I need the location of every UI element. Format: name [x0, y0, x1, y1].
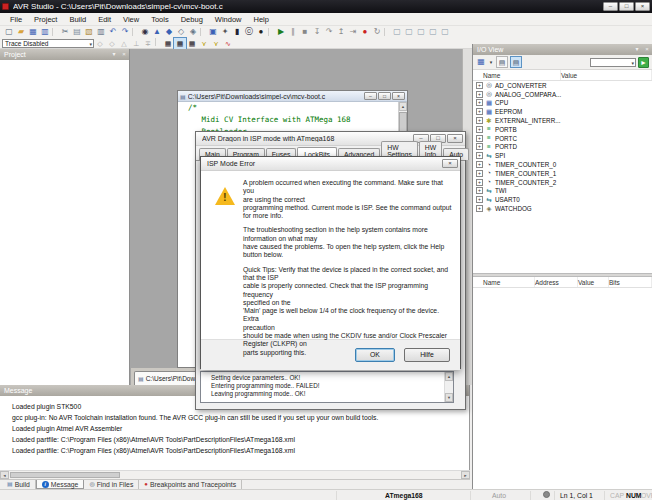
- io-tree-item-portd[interactable]: ≡ PORTD: [473, 143, 652, 152]
- scrollbar-thumb[interactable]: [10, 472, 120, 478]
- io-tree-item-eeprom[interactable]: ▦ EEPROM: [473, 107, 652, 116]
- io-filter-dropdown[interactable]: ▾: [590, 58, 636, 67]
- document-tab[interactable]: ▤ C:\Users\Pit\Dow: [134, 371, 202, 385]
- find-next-icon[interactable]: ▲: [151, 26, 163, 38]
- save-all-icon[interactable]: ▥: [39, 26, 51, 38]
- io-tree-item-portb[interactable]: ≡ PORTB: [473, 125, 652, 134]
- expand-icon[interactable]: [476, 99, 483, 106]
- panel-close-button[interactable]: ×: [642, 44, 652, 55]
- toolbar-icon[interactable]: [268, 28, 274, 36]
- panel-menu-button[interactable]: ▾: [632, 44, 642, 55]
- toolbar-icon[interactable]: [132, 28, 138, 36]
- pause-icon[interactable]: ∥: [287, 26, 299, 38]
- io-tree-item-timer-counter-0[interactable]: ◔ TIMER_COUNTER_0: [473, 160, 652, 169]
- trace-icon-5[interactable]: ∓: [142, 38, 154, 49]
- trace-icon-1[interactable]: ◇: [94, 38, 106, 49]
- io-tree-item-ad-converter[interactable]: ◎ AD_CONVERTER: [473, 81, 652, 90]
- flash-icon[interactable]: ▮: [231, 26, 243, 38]
- column-header[interactable]: Name: [483, 70, 561, 80]
- io-tree-item-spi[interactable]: ⇆ SPI: [473, 151, 652, 160]
- clear-bookmarks-icon[interactable]: ◈: [187, 26, 199, 38]
- copy-icon[interactable]: ▤: [71, 26, 83, 38]
- close-button[interactable]: ×: [442, 159, 458, 168]
- chip-filter-icon[interactable]: ▦: [476, 55, 486, 69]
- expand-icon[interactable]: [476, 108, 483, 115]
- menu-item[interactable]: Window: [209, 13, 248, 26]
- trace-mode-dropdown[interactable]: Trace Disabled ▾: [2, 39, 94, 48]
- trace-icon-4[interactable]: ⊥: [130, 38, 142, 49]
- column-header[interactable]: Value: [578, 277, 609, 287]
- menu-item[interactable]: Build: [63, 13, 92, 26]
- stop-icon[interactable]: ■: [299, 26, 311, 38]
- io-tree-item-cpu[interactable]: ▦ CPU: [473, 99, 652, 108]
- next-bookmark-icon[interactable]: ◇: [175, 26, 187, 38]
- scrollbar-thumb[interactable]: [399, 112, 407, 132]
- expand-icon[interactable]: [476, 205, 483, 212]
- run-to-cursor-icon[interactable]: ⇥: [347, 26, 359, 38]
- scroll-left-icon[interactable]: ◄: [0, 471, 9, 479]
- io-tree-item-watchdog[interactable]: ◈ WATCHDOG: [473, 204, 652, 213]
- device-display-icon-2[interactable]: ▦: [174, 38, 186, 49]
- expand-icon[interactable]: [476, 91, 483, 98]
- open-file-icon[interactable]: ▰: [15, 26, 27, 38]
- tab-breakpoints-and-tracepoints[interactable]: ● Breakpoints and Tracepoints: [139, 480, 242, 489]
- scroll-up-icon[interactable]: ▲: [399, 102, 407, 111]
- tab-message[interactable]: i Message: [36, 480, 85, 489]
- trace-icon-3[interactable]: △: [118, 38, 130, 49]
- minimize-button[interactable]: –: [603, 2, 618, 11]
- cut-icon[interactable]: ✂: [59, 26, 71, 38]
- programming-output[interactable]: Setting device parameters.. OK!Entering …: [200, 371, 454, 403]
- stop-debugging-icon[interactable]: ↻: [371, 26, 383, 38]
- device-display-icon-3[interactable]: ▦: [186, 38, 198, 49]
- step-into-icon[interactable]: ↧: [311, 26, 323, 38]
- save-icon[interactable]: ▦: [27, 26, 39, 38]
- window-layout-icon-2[interactable]: ▢: [403, 26, 415, 38]
- expand-icon[interactable]: [476, 126, 483, 133]
- expand-icon[interactable]: [476, 161, 483, 168]
- io-tree-item-external-interrupt[interactable]: ✱ EXTERNAL_INTERR...: [473, 116, 652, 125]
- run-icon[interactable]: ▶: [275, 26, 287, 38]
- scroll-right-icon[interactable]: ►: [461, 471, 470, 479]
- new-file-icon[interactable]: ▢: [3, 26, 15, 38]
- restore-button[interactable]: □: [378, 92, 391, 100]
- toolbar-icon[interactable]: [200, 28, 206, 36]
- chip-filter-dropdown-icon[interactable]: ▾: [488, 55, 494, 69]
- step-out-icon[interactable]: ↥: [335, 26, 347, 38]
- menu-item[interactable]: Tools: [145, 13, 175, 26]
- horizontal-scrollbar[interactable]: ◄ ►: [0, 470, 470, 479]
- device-programming-icon[interactable]: ▣: [207, 26, 219, 38]
- print-icon[interactable]: ▥: [95, 26, 107, 38]
- close-button[interactable]: ×: [447, 134, 463, 143]
- window-layout-icon-3[interactable]: ▢: [415, 26, 427, 38]
- column-header[interactable]: Name: [483, 277, 535, 287]
- toolbar-icon[interactable]: [384, 28, 390, 36]
- window-layout-icon-5[interactable]: ▢: [439, 26, 451, 38]
- step-over-icon[interactable]: ↷: [323, 26, 335, 38]
- toolbar-icon[interactable]: [155, 38, 161, 46]
- expand-icon[interactable]: [476, 187, 483, 194]
- tab-build[interactable]: ▤ Build: [2, 480, 36, 489]
- io-tree-item-portc[interactable]: ≡ PORTC: [473, 134, 652, 143]
- menu-item[interactable]: Help: [248, 13, 275, 26]
- redo-icon[interactable]: ↷: [119, 26, 131, 38]
- column-header[interactable]: Address: [535, 277, 578, 287]
- window-layout-icon-4[interactable]: ▢: [427, 26, 439, 38]
- error-dialog-title-bar[interactable]: ISP Mode Error ×: [201, 157, 460, 171]
- menu-item[interactable]: View: [117, 13, 145, 26]
- column-header[interactable]: Bits: [609, 277, 652, 287]
- expand-icon[interactable]: [476, 82, 483, 89]
- menu-item[interactable]: File: [4, 13, 28, 26]
- io-tree-item-analog-comparator[interactable]: ◎ ANALOG_COMPARA...: [473, 90, 652, 99]
- expand-icon[interactable]: [476, 117, 483, 124]
- scroll-up-icon[interactable]: ▲: [445, 372, 453, 381]
- view-list-icon[interactable]: ▤: [496, 56, 508, 68]
- output-scrollbar[interactable]: ▲ ▼: [444, 372, 453, 402]
- trace-icon-2[interactable]: ◇: [106, 38, 118, 49]
- toolbar-icon[interactable]: [52, 28, 58, 36]
- close-button[interactable]: ×: [392, 92, 405, 100]
- reset-signal-icon[interactable]: ∿: [222, 38, 234, 49]
- expand-icon[interactable]: [476, 152, 483, 159]
- reset-icon[interactable]: ●: [359, 26, 371, 38]
- menu-item[interactable]: Debug: [175, 13, 209, 26]
- view-details-icon[interactable]: ▤: [510, 56, 522, 68]
